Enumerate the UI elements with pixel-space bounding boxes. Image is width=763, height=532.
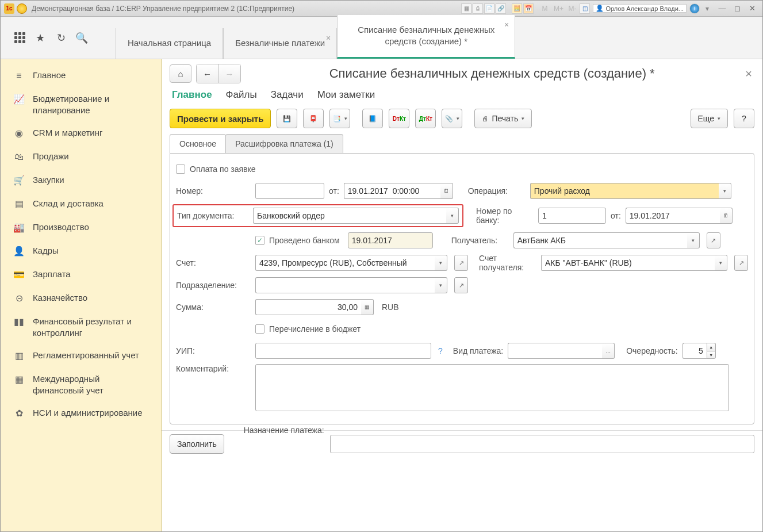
save-button[interactable]: 💾: [277, 109, 297, 128]
dtkt-button[interactable]: DтКт: [389, 109, 409, 128]
post-button[interactable]: 📮: [303, 109, 324, 128]
sidebar-item-treasury[interactable]: ⊝Казначейство: [1, 286, 161, 310]
toolbar-icon-2[interactable]: ⎙: [473, 3, 483, 14]
bank-number-input[interactable]: [538, 208, 606, 224]
calculator-icon[interactable]: 🧮: [512, 3, 522, 14]
home-button[interactable]: ⌂: [170, 64, 191, 83]
chevron-down-icon[interactable]: ▾: [719, 183, 731, 199]
info-icon[interactable]: i: [689, 3, 700, 14]
sidebar-item-regaccount[interactable]: ▥Регламентированный учет: [1, 344, 161, 368]
open-icon[interactable]: ↗: [454, 277, 468, 293]
apps-icon[interactable]: [13, 32, 26, 44]
close-icon[interactable]: ×: [504, 20, 509, 30]
memory-mminus[interactable]: M-: [566, 3, 578, 14]
bank-posted-checkbox[interactable]: ✓: [255, 236, 264, 245]
memory-m[interactable]: M: [539, 3, 550, 14]
chevron-down-icon[interactable]: ▾: [715, 255, 727, 271]
back-button[interactable]: ←: [197, 64, 218, 83]
close-window-icon[interactable]: ✕: [745, 3, 759, 14]
bank-date-input[interactable]: [626, 208, 720, 224]
open-icon[interactable]: ↗: [734, 255, 748, 271]
doctype-select[interactable]: [253, 208, 446, 224]
sidebar-item-salary[interactable]: 💳Зарплата: [1, 263, 161, 286]
tab-writeoff[interactable]: Списание безналичных денежных средств (с…: [337, 15, 515, 59]
help-button[interactable]: ?: [734, 109, 754, 128]
doc-tab-main[interactable]: Главное: [172, 89, 212, 101]
chevron-down-icon[interactable]: ▾: [435, 255, 447, 271]
ellipsis-icon[interactable]: …: [602, 343, 615, 359]
uip-input[interactable]: [255, 343, 431, 359]
dtkt2-button[interactable]: ДтКт: [415, 109, 436, 128]
subtab-main[interactable]: Основное: [170, 134, 226, 153]
calendar-icon[interactable]: 📅: [523, 3, 534, 14]
recipient-acc-select[interactable]: [541, 255, 715, 271]
toolbar-icon-1[interactable]: ▦: [461, 3, 471, 14]
chevron-down-icon[interactable]: ▾: [435, 277, 447, 293]
toolbar-icon-4[interactable]: 🔗: [496, 3, 506, 14]
minimize-icon[interactable]: —: [715, 3, 729, 14]
close-icon[interactable]: ×: [326, 33, 331, 43]
sidebar-item-warehouse[interactable]: ▤Склад и доставка: [1, 192, 161, 216]
fill-button[interactable]: Заполнить: [170, 434, 224, 454]
spin-down-icon[interactable]: ▼: [707, 351, 716, 359]
sidebar-item-admin[interactable]: ✿НСИ и администрирование: [1, 401, 161, 425]
sidebar-item-sales[interactable]: 🛍Продажи: [1, 145, 161, 169]
favorites-icon[interactable]: ★: [34, 32, 47, 44]
comment-textarea[interactable]: [255, 364, 729, 411]
post-and-close-button[interactable]: Провести и закрыть: [170, 109, 271, 128]
spin-up-icon[interactable]: ▲: [707, 343, 716, 351]
operation-select[interactable]: [530, 183, 719, 199]
priority-stepper[interactable]: ▲▼: [683, 343, 716, 359]
sidebar-item-hr[interactable]: 👤Кадры: [1, 239, 161, 263]
subtab-details[interactable]: Расшифровка платежа (1): [225, 134, 343, 153]
sidebar-item-purchase[interactable]: 🛒Закупки: [1, 169, 161, 192]
sidebar-item-main[interactable]: ≡Главное: [1, 64, 161, 87]
memory-mplus[interactable]: M+: [553, 3, 564, 14]
history-icon[interactable]: ↻: [55, 32, 67, 44]
doc-tab-files[interactable]: Файлы: [226, 89, 257, 101]
pay-by-request-checkbox[interactable]: [176, 164, 185, 174]
date-input[interactable]: [344, 183, 440, 199]
sidebar-item-intlaccount[interactable]: ▦Международный финансовый учет: [1, 368, 161, 401]
sum-input[interactable]: [255, 299, 361, 315]
to-budget-checkbox[interactable]: [255, 324, 264, 334]
more-button[interactable]: Еще▾: [691, 109, 729, 128]
department-select[interactable]: [255, 277, 435, 293]
app-theme-icon[interactable]: [17, 3, 27, 14]
report-button[interactable]: 📘: [362, 109, 383, 128]
help-icon[interactable]: ?: [436, 346, 445, 355]
attach-button[interactable]: 📎▾: [442, 109, 462, 128]
toolbar-icon-3[interactable]: 📄: [484, 3, 494, 14]
create-based-button[interactable]: 📑▾: [329, 109, 350, 128]
chevron-down-icon[interactable]: ▾: [446, 208, 459, 224]
calculator-icon[interactable]: ▦: [361, 299, 374, 315]
open-icon[interactable]: ↗: [454, 255, 468, 271]
user-badge[interactable]: 👤 Орлов Александр Влади...: [593, 4, 687, 13]
purpose-input[interactable]: [330, 435, 754, 453]
print-button[interactable]: 🖨Печать▾: [474, 109, 532, 128]
bank-posted-date[interactable]: [348, 232, 433, 248]
forward-button[interactable]: →: [218, 64, 240, 83]
sidebar-item-crm[interactable]: ◉CRM и маркетинг: [1, 121, 161, 145]
search-icon[interactable]: 🔍: [75, 32, 88, 44]
sidebar-item-production[interactable]: 🏭Производство: [1, 216, 161, 239]
tab-home[interactable]: Начальная страница: [116, 28, 223, 59]
doc-tab-tasks[interactable]: Задачи: [271, 89, 304, 101]
calendar-icon[interactable]: 🗓: [720, 208, 733, 224]
sidebar-item-budget[interactable]: 📈Бюджетирование и планирование: [1, 87, 161, 121]
calendar-icon[interactable]: 🗓: [440, 183, 453, 199]
payment-type-select[interactable]: [508, 343, 602, 359]
open-icon[interactable]: ↗: [707, 232, 720, 248]
account-select[interactable]: [255, 255, 435, 271]
tab-payments[interactable]: Безналичные платежи×: [223, 28, 337, 59]
chevron-down-icon[interactable]: ▾: [687, 232, 700, 248]
panel-icon[interactable]: ◫: [580, 3, 590, 14]
doc-tab-notes[interactable]: Мои заметки: [317, 89, 375, 101]
sidebar-item-finresult[interactable]: ▮▮Финансовый результат и контроллинг: [1, 310, 161, 344]
close-document-icon[interactable]: ×: [743, 67, 754, 81]
info-dd[interactable]: ▾: [701, 3, 713, 14]
recipient-select[interactable]: [513, 232, 687, 248]
number-input[interactable]: [255, 183, 324, 199]
priority-input[interactable]: [683, 343, 707, 359]
maximize-icon[interactable]: ◻: [730, 3, 744, 14]
